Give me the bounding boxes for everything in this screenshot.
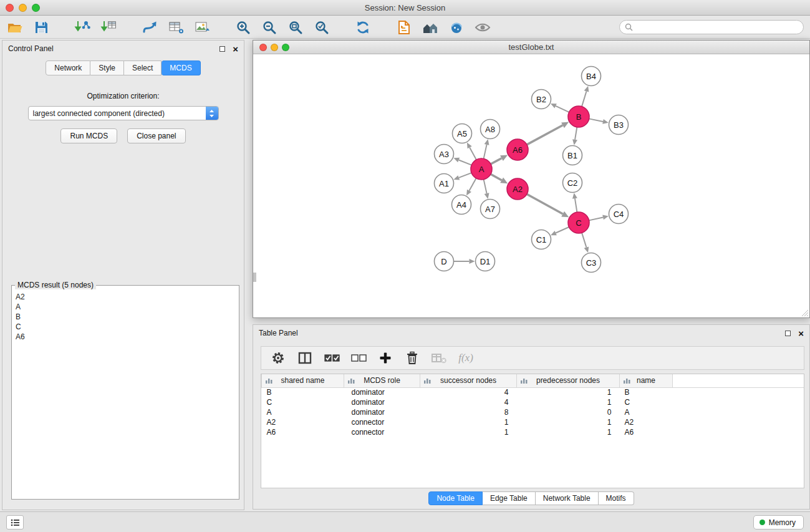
cell-shared-name[interactable]: A <box>262 407 344 417</box>
cell-mcds-role[interactable]: connector <box>344 417 420 427</box>
graph-edge-A-A4[interactable] <box>469 178 476 191</box>
cell-predecessor-nodes[interactable]: 1 <box>517 387 620 397</box>
graph-edge-A-A8[interactable] <box>484 145 487 158</box>
tab-network[interactable]: Network <box>46 60 90 75</box>
float-panel-icon[interactable] <box>219 46 225 52</box>
network-close-button[interactable] <box>259 44 267 51</box>
import-network-icon[interactable] <box>72 18 92 37</box>
cell-predecessor-nodes[interactable]: 1 <box>517 417 620 427</box>
show-hide-icon[interactable] <box>473 18 493 37</box>
cell-name[interactable]: A <box>620 407 673 417</box>
table-row[interactable]: Adominator80A <box>262 407 804 417</box>
graph-edge-C-C3[interactable] <box>582 233 586 247</box>
column-visibility-icon[interactable] <box>297 349 313 367</box>
export-image-icon[interactable] <box>192 18 212 37</box>
cell-successor-nodes[interactable]: 1 <box>420 417 517 427</box>
float-table-panel-icon[interactable] <box>785 331 791 336</box>
column-header-mcds-role[interactable]: MCDS role <box>344 374 420 387</box>
cell-successor-nodes[interactable]: 4 <box>420 397 517 407</box>
graph-edge-A-A7[interactable] <box>484 180 487 193</box>
cell-mcds-role[interactable]: connector <box>344 427 420 437</box>
column-header-shared-name[interactable]: shared name <box>262 374 344 387</box>
cell-shared-name[interactable]: C <box>262 397 344 407</box>
mcds-result-list[interactable]: A2ABCA6 <box>13 292 238 498</box>
tab-select[interactable]: Select <box>124 60 162 75</box>
network-canvas[interactable]: B4B2BB3B1A5A8A6A3AA1C2A2A4A7C4CC1C3DD1 <box>253 54 809 317</box>
deselect-all-icon[interactable] <box>350 349 367 367</box>
table-row[interactable]: A2connector11A2 <box>262 417 804 427</box>
open-file-icon[interactable] <box>5 18 25 37</box>
network-graph[interactable]: B4B2BB3B1A5A8A6A3AA1C2A2A4A7C4CC1C3DD1 <box>253 54 809 317</box>
zoom-fit-icon[interactable] <box>286 18 306 37</box>
mcds-result-item[interactable]: A6 <box>16 332 238 342</box>
cell-name[interactable]: B <box>620 387 673 397</box>
close-table-panel-icon[interactable]: × <box>798 329 804 338</box>
cell-name[interactable]: A6 <box>620 427 673 437</box>
memory-button[interactable]: Memory <box>753 515 804 530</box>
column-header-successor-nodes[interactable]: successor nodes <box>420 374 517 387</box>
mcds-result-item[interactable]: B <box>16 312 238 322</box>
cell-successor-nodes[interactable]: 8 <box>420 407 517 417</box>
cell-shared-name[interactable]: B <box>262 387 344 397</box>
close-panel-icon[interactable]: × <box>233 44 238 54</box>
select-all-icon[interactable] <box>324 349 340 367</box>
table-row[interactable]: A6connector11A6 <box>262 427 804 437</box>
task-history-button[interactable] <box>6 515 24 530</box>
tab-mcds[interactable]: MCDS <box>162 60 200 75</box>
apply-layout-icon[interactable] <box>353 18 373 37</box>
optimization-criterion-select[interactable]: largest connected component (directed) <box>28 106 219 120</box>
tab-network-table[interactable]: Network Table <box>536 491 599 505</box>
run-mcds-button[interactable]: Run MCDS <box>60 128 117 143</box>
cell-mcds-role[interactable]: dominator <box>344 387 420 397</box>
table-row[interactable]: Cdominator41C <box>262 397 804 407</box>
graph-edge-C-C4[interactable] <box>589 217 603 220</box>
cell-mcds-role[interactable]: dominator <box>344 397 420 407</box>
tab-node-table[interactable]: Node Table <box>428 491 483 505</box>
resize-grip-icon[interactable] <box>801 309 809 317</box>
close-panel-button[interactable]: Close panel <box>127 128 185 143</box>
delete-row-icon[interactable] <box>404 349 420 367</box>
paint-style-icon[interactable] <box>446 18 466 37</box>
search-field[interactable] <box>619 20 804 34</box>
zoom-out-icon[interactable] <box>259 18 279 37</box>
cell-predecessor-nodes[interactable]: 1 <box>517 397 620 407</box>
network-file-icon[interactable] <box>394 18 414 37</box>
zoom-selected-icon[interactable] <box>312 18 332 37</box>
graph-edge-B-B3[interactable] <box>589 118 603 122</box>
search-input[interactable] <box>636 23 798 32</box>
cell-successor-nodes[interactable]: 4 <box>420 387 517 397</box>
tab-edge-table[interactable]: Edge Table <box>483 491 536 505</box>
zoom-in-icon[interactable] <box>233 18 253 37</box>
tab-style[interactable]: Style <box>90 60 124 75</box>
graph-edge-A2-C[interactable] <box>527 194 563 214</box>
graph-edge-B-B2[interactable] <box>556 106 569 112</box>
table-row[interactable]: Bdominator41B <box>262 387 804 397</box>
network-maximize-button[interactable] <box>282 44 289 51</box>
table-settings-icon[interactable] <box>270 349 286 367</box>
column-header-predecessor-nodes[interactable]: predecessor nodes <box>517 374 620 387</box>
mcds-result-item[interactable]: A2 <box>16 292 238 302</box>
network-minimize-button[interactable] <box>271 44 278 51</box>
export-table-icon[interactable] <box>166 18 186 37</box>
canvas-scroll-stub[interactable] <box>253 273 256 282</box>
cell-name[interactable]: A2 <box>620 417 673 427</box>
cell-shared-name[interactable]: A6 <box>262 427 344 437</box>
cell-shared-name[interactable]: A2 <box>262 417 344 427</box>
graph-edge-C-C1[interactable] <box>556 227 569 233</box>
cell-predecessor-nodes[interactable]: 1 <box>517 427 620 437</box>
graph-edge-A-A5[interactable] <box>470 147 476 160</box>
layout-curved-arrow-icon[interactable] <box>140 18 160 37</box>
save-session-icon[interactable] <box>31 18 51 37</box>
graph-edge-A-A2[interactable] <box>491 174 502 180</box>
add-row-icon[interactable] <box>377 349 393 367</box>
import-table-icon[interactable] <box>99 18 118 37</box>
mcds-result-item[interactable]: A <box>16 302 238 312</box>
cell-name[interactable]: C <box>620 397 673 407</box>
network-window-titlebar[interactable]: testGlobe.txt <box>253 41 809 54</box>
column-header-name[interactable]: name <box>620 374 673 387</box>
graph-edge-A-A3[interactable] <box>459 160 472 165</box>
mcds-result-item[interactable]: C <box>16 322 238 332</box>
cell-mcds-role[interactable]: dominator <box>344 407 420 417</box>
first-neighbors-icon[interactable] <box>420 18 440 37</box>
cell-successor-nodes[interactable]: 1 <box>420 427 517 437</box>
